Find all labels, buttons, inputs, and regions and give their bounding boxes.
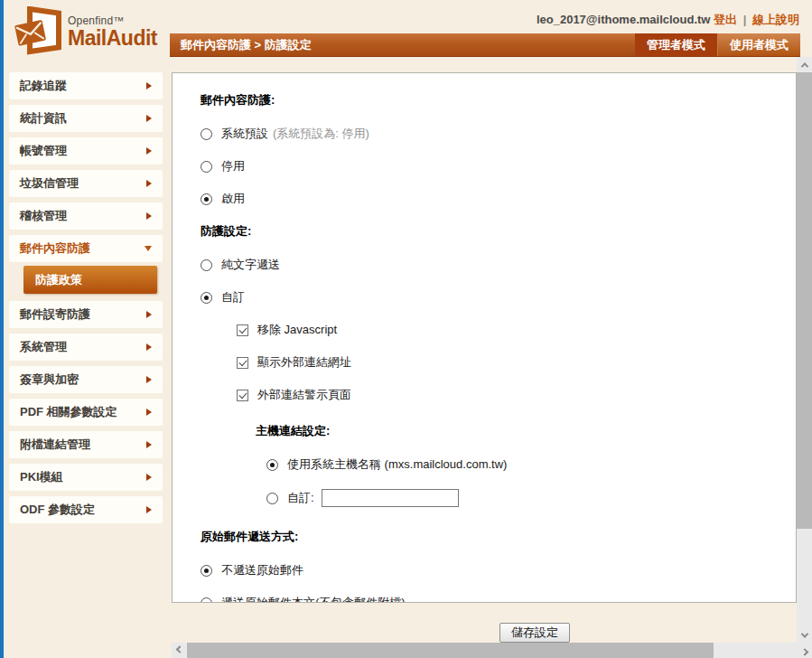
account-bar: leo_2017@ithome.mailcloud.tw 登出 | 線上說明 xyxy=(537,12,799,28)
sidebar-item-pki-module[interactable]: PKI模組 xyxy=(9,464,163,491)
radio-no-original-mail[interactable] xyxy=(201,565,212,577)
chevron-right-icon xyxy=(146,474,152,481)
radio-row-no-original: 不遞送原始郵件 xyxy=(201,562,796,578)
window-edge-stripe xyxy=(0,0,4,658)
settings-panel: 郵件內容防護: 系統預設 (系統預設為: 停用) 停用 啟用 防護設定: 純文字… xyxy=(172,72,797,603)
sidebar-item-statistics[interactable]: 統計資訊 xyxy=(9,105,163,132)
vertical-scrollbar xyxy=(797,57,812,643)
product-name: MailAudit xyxy=(68,27,157,50)
radio-row-system-hostname: 使用系統主機名稱 (mxs.mailcloud.com.tw) xyxy=(266,456,796,473)
chevron-right-icon xyxy=(146,180,152,187)
checkbox-row-remove-javascript: 移除 Javascript xyxy=(237,322,796,338)
link-separator: | xyxy=(743,13,747,26)
sidebar-item-mail-content-protection[interactable]: 郵件內容防護 xyxy=(9,235,163,262)
radio-row-custom: 自訂 xyxy=(201,289,796,306)
scroll-up-button[interactable] xyxy=(797,57,812,72)
horizontal-scrollbar-thumb[interactable] xyxy=(187,643,714,658)
sidebar-item-spam-management[interactable]: 垃圾信管理 xyxy=(9,170,163,197)
custom-host-input[interactable] xyxy=(322,489,459,507)
chevron-right-icon xyxy=(146,82,152,89)
radio-system-default[interactable] xyxy=(201,128,212,140)
chevron-right-icon xyxy=(146,506,152,513)
vertical-scrollbar-thumb[interactable] xyxy=(797,72,812,529)
radio-disable[interactable] xyxy=(201,161,212,173)
user-email: leo_2017@ithome.mailcloud.tw xyxy=(537,13,711,26)
section-label-host-link: 主機連結設定: xyxy=(256,423,796,439)
sidebar-item-record-tracking[interactable]: 記錄追蹤 xyxy=(9,72,163,99)
logout-link[interactable]: 登出 xyxy=(714,13,737,26)
radio-row-system-default: 系統預設 (系統預設為: 停用) xyxy=(201,126,796,142)
radio-row-original-body-only: 遞送原始郵件本文(不包含郵件附檔) xyxy=(201,595,796,603)
radio-custom-host[interactable] xyxy=(266,493,278,504)
online-help-link[interactable]: 線上說明 xyxy=(752,13,799,26)
checkbox-external-warning-page[interactable] xyxy=(237,390,248,401)
chevron-up-icon xyxy=(800,62,807,70)
chevron-right-icon xyxy=(146,409,152,416)
checkbox-remove-javascript[interactable] xyxy=(237,324,248,336)
radio-row-plain-text: 純文字遞送 xyxy=(201,257,796,273)
brand-name: Openfind™ xyxy=(68,15,157,27)
radio-row-custom-host: 自訂: xyxy=(266,489,796,507)
mailaudit-logo: Openfind™ MailAudit xyxy=(14,6,157,59)
chevron-right-icon xyxy=(146,441,152,448)
sidebar-item-system-management[interactable]: 系統管理 xyxy=(9,334,163,361)
radio-enable[interactable] xyxy=(201,193,212,205)
save-settings-button[interactable]: 儲存設定 xyxy=(499,623,570,643)
radio-original-body-only[interactable] xyxy=(201,597,212,604)
mailaudit-app: Openfind™ MailAudit leo_2017@ithome.mail… xyxy=(0,0,812,658)
mailaudit-logo-icon xyxy=(14,6,61,59)
sidebar-item-account-management[interactable]: 帳號管理 xyxy=(9,137,163,164)
radio-custom[interactable] xyxy=(201,292,212,304)
radio-system-hostname[interactable] xyxy=(266,459,278,471)
section-label-content-protection: 郵件內容防護: xyxy=(201,92,796,108)
checkbox-show-external-url[interactable] xyxy=(237,357,248,369)
chevron-right-icon xyxy=(146,115,152,122)
sidebar-subitem-protection-policy[interactable]: 防護政策 xyxy=(23,266,157,294)
scroll-left-button[interactable] xyxy=(172,643,187,658)
section-label-protection-settings: 防護設定: xyxy=(201,223,796,240)
sidebar: 記錄追蹤 統計資訊 帳號管理 垃圾信管理 稽核管理 郵件內容防護 防護政策 郵件… xyxy=(9,72,163,529)
checkbox-row-external-warning-page: 外部連結警示頁面 xyxy=(237,387,796,403)
scroll-down-button[interactable] xyxy=(797,627,812,643)
sidebar-item-audit-management[interactable]: 稽核管理 xyxy=(9,202,163,230)
navbar: 郵件內容防護 > 防護設定 管理者模式 使用者模式 xyxy=(170,33,800,57)
radio-row-enable: 啟用 xyxy=(201,191,796,207)
chevron-right-icon xyxy=(146,376,152,383)
horizontal-scrollbar xyxy=(172,643,812,658)
sidebar-item-pdf-settings[interactable]: PDF 相關參數設定 xyxy=(9,399,163,426)
sidebar-item-misdelivery-protection[interactable]: 郵件誤寄防護 xyxy=(9,301,163,328)
section-label-original-mail-delivery: 原始郵件遞送方式: xyxy=(201,529,796,545)
user-mode-button[interactable]: 使用者模式 xyxy=(717,33,800,56)
scroll-right-button[interactable] xyxy=(797,643,812,658)
sidebar-item-attachment-link-management[interactable]: 附檔連結管理 xyxy=(9,431,163,458)
chevron-right-icon xyxy=(146,311,152,318)
chevron-left-icon xyxy=(175,645,182,653)
breadcrumb: 郵件內容防護 > 防護設定 xyxy=(170,37,312,53)
radio-plain-text-delivery[interactable] xyxy=(201,259,212,271)
checkbox-row-show-external-url: 顯示外部連結網址 xyxy=(237,354,796,371)
chevron-down-icon xyxy=(145,246,152,251)
system-default-hint: (系統預設為: 停用) xyxy=(273,126,369,142)
chevron-right-icon xyxy=(146,147,152,155)
sidebar-item-odf-settings[interactable]: ODF 參數設定 xyxy=(9,496,163,523)
chevron-right-icon xyxy=(146,343,152,351)
sidebar-item-signature-encryption[interactable]: 簽章與加密 xyxy=(9,366,163,393)
radio-row-disable: 停用 xyxy=(201,158,796,174)
chevron-right-icon xyxy=(146,212,152,220)
admin-mode-button[interactable]: 管理者模式 xyxy=(635,33,717,56)
chevron-down-icon xyxy=(800,630,807,637)
chevron-right-icon xyxy=(800,648,807,655)
